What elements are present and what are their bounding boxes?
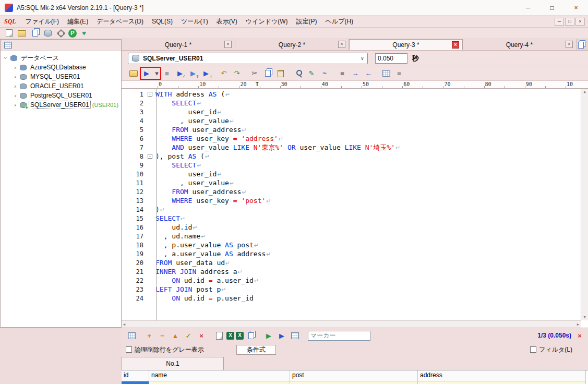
menu-item-sql-s[interactable]: SQL(S) [148,16,177,27]
tab-close-icon[interactable]: × [566,41,573,48]
editor-line[interactable]: 19 , a.user_value AS address↵ [122,249,588,258]
run-options-dropdown[interactable]: ▾ [154,68,160,79]
editor-line[interactable]: 12 FROM user_address↵ [122,187,588,196]
outline-button[interactable]: ≡ [393,68,405,79]
explain-plan-button[interactable]: ▶? [187,68,199,79]
tree-root-database[interactable]: ›データベース [1,53,121,63]
tab-close-icon[interactable]: × [224,41,232,48]
result-set-tab[interactable]: No.1 [122,357,224,370]
scroll-right-icon[interactable]: ▶ [577,322,579,327]
discard-button[interactable]: × [196,330,207,341]
filter-checkbox[interactable] [530,346,536,353]
open-file-button[interactable] [16,28,28,39]
outdent-button[interactable]: ← [363,68,374,79]
gray-deleted-checkbox[interactable] [126,346,132,353]
editor-line[interactable]: 5 FROM user_address↵ [122,125,588,134]
tree-item-azuresqldatabase[interactable]: ›AzureSQLDatabase [1,63,121,72]
excel-export-button[interactable]: X [226,332,234,340]
run-button-results[interactable]: ▶ [276,330,287,341]
grep-button[interactable]: ~ [319,68,330,79]
expander-icon[interactable]: › [13,83,18,89]
editor-line[interactable]: 4 , user_value↵ [122,116,588,125]
run-script-button[interactable]: ▶! [200,68,212,79]
database-manager-button[interactable] [42,28,54,39]
indent-button[interactable]: → [350,68,361,79]
tab-query-3[interactable]: Query-3 *× [349,39,463,50]
redo-button[interactable]: ↷ [231,68,243,79]
cut-button[interactable]: ✂ [249,68,260,79]
editor-line[interactable]: 17 , ud.name↵ [122,232,588,241]
close-button[interactable]: × [564,0,588,15]
requery-button[interactable]: ▶ [263,330,274,341]
menu-item-p[interactable]: 設定(P) [292,16,321,27]
sql-editor[interactable]: 1-WITH address AS (↵2 SELECT↵3 user_id↵4… [122,89,588,328]
tab-query-2[interactable]: Query-2 *× [235,39,349,50]
mdi-close-icon[interactable]: × [575,18,585,26]
editor-line[interactable]: 20FROM user_data ud↵ [122,258,588,267]
editor-line[interactable]: 7 AND user_value LIKE N'東京%' OR user_val… [122,143,588,152]
run-button[interactable]: ▶ [141,68,152,79]
menu-item-f[interactable]: ファイル(F) [21,16,63,27]
editor-line[interactable]: 21INNER JOIN address a↵ [122,267,588,276]
expander-icon[interactable]: › [13,64,18,70]
close-results-icon[interactable]: × [574,332,585,340]
tree-item-oracle-user01[interactable]: ›ORACLE_USER01 [1,81,121,91]
excel-open-button[interactable]: X [236,332,244,340]
scroll-left-icon[interactable]: ◀ [123,322,125,327]
marker-input[interactable] [308,331,370,341]
tree-item-mysql-user01[interactable]: ›MYSQL_USER01 [1,72,121,81]
fold-toggle-icon[interactable]: - [148,92,152,97]
editor-line[interactable]: 24 ON ud.id = p.user_id [122,294,588,303]
elapsed-time-field[interactable]: 0.050 [375,53,407,64]
fold-toggle-icon[interactable]: - [148,154,152,159]
editor-line[interactable]: 23LEFT JOIN post p↵ [122,285,588,294]
run-all-button[interactable]: ▶✓ [174,68,186,79]
connection-select[interactable]: SQLServer_USER01 ∨ [128,53,368,64]
editor-line[interactable]: 2 SELECT↵ [122,99,588,107]
expander-icon[interactable]: › [3,55,9,61]
grid-cell-post[interactable] [290,381,418,384]
column-edit-button[interactable] [380,68,392,79]
tree-view-icon[interactable] [2,40,14,50]
scroll-up-icon[interactable]: ▲ [583,90,585,94]
copy-document-button[interactable] [29,28,41,39]
post-changes-button[interactable]: ▲ [170,330,181,341]
column-header-address[interactable]: address [418,370,586,381]
editor-line[interactable]: 16 ud.id↵ [122,223,588,232]
table-row[interactable] [122,381,588,384]
menu-item-w[interactable]: ウインドウ(W) [242,16,292,27]
stop-button[interactable]: ■ [161,68,173,79]
mdi-restore-icon[interactable]: □ [565,18,574,26]
grid-settings-button[interactable] [289,330,301,341]
tree-item-sqlserver-user01[interactable]: ›SQLServer_USER01(USER01) [1,100,121,110]
replace-button[interactable]: ✎ [306,68,317,79]
options-button[interactable] [55,28,67,39]
grid-cell-id[interactable] [122,381,149,384]
chevron-down-icon[interactable]: ∨ [361,55,364,61]
grid-cell-name[interactable] [149,381,290,384]
editor-line[interactable]: 14)↵ [122,205,588,214]
editor-line[interactable]: 11 , user_value↵ [122,178,588,187]
menu-item-d[interactable]: データベース(D) [92,16,148,27]
copy-button[interactable] [262,68,273,79]
edit-results-button[interactable] [126,330,137,341]
editor-line[interactable]: 1-WITH address AS (↵ [122,90,588,99]
editor-line[interactable]: 9 SELECT↵ [122,161,588,170]
editor-horizontal-scrollbar[interactable]: ◀ ▶ [122,320,581,328]
maximize-button[interactable]: □ [540,0,564,15]
scroll-down-icon[interactable]: ▼ [583,315,585,319]
tab-query-4[interactable]: Query-4 *× [463,39,577,50]
insert-row-button[interactable]: + [143,330,155,341]
mdi-minimize-icon[interactable]: ─ [555,18,564,26]
menu-item-h[interactable]: ヘルプ(H) [321,16,358,27]
condition-button[interactable]: 条件式 [236,345,276,355]
editor-line[interactable]: 22 ON ud.id = a.user_id↵ [122,276,588,285]
tab-close-icon[interactable]: × [338,41,345,48]
menu-item-t[interactable]: ツール(T) [177,16,212,27]
new-document-button[interactable] [3,28,15,39]
expander-icon[interactable]: › [13,74,18,80]
column-header-name[interactable]: name [149,370,290,381]
editor-vertical-scrollbar[interactable]: ▲ ▼ [581,89,588,320]
tab-query-1[interactable]: Query-1 *× [122,39,235,50]
format-sql-button[interactable]: ≡ [337,68,348,79]
